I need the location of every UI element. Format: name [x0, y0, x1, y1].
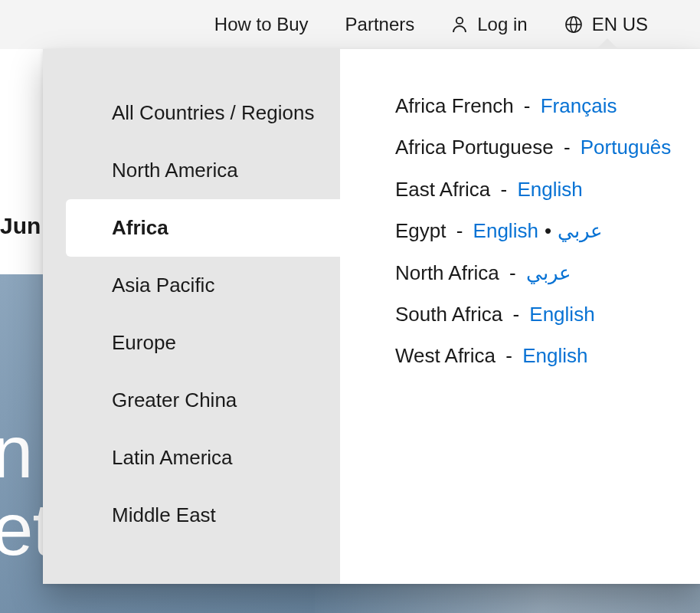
region-item[interactable]: Greater China — [66, 372, 340, 429]
region-item[interactable]: Asia Pacific — [66, 257, 340, 314]
language-row: South Africa - English — [395, 300, 700, 328]
dash-separator: - — [507, 303, 525, 326]
language-link[interactable]: English — [529, 303, 594, 326]
language-row: Africa Portuguese - Português — [395, 133, 700, 161]
language-region-label: East Africa — [395, 178, 490, 201]
language-link[interactable]: English — [473, 219, 538, 242]
region-item[interactable]: Middle East — [66, 487, 340, 544]
dash-separator: - — [500, 344, 518, 367]
language-region-label: North Africa — [395, 261, 499, 284]
language-region-label: Africa French — [395, 94, 514, 117]
language-row: Africa French - Français — [395, 92, 700, 120]
svg-point-0 — [456, 18, 463, 24]
region-item[interactable]: Africa — [66, 199, 340, 257]
region-item[interactable]: Latin America — [66, 429, 340, 487]
nav-partners[interactable]: Partners — [345, 14, 415, 35]
globe-icon — [564, 15, 583, 34]
nav-how-to-buy-label: How to Buy — [214, 14, 309, 35]
language-list: Africa French - FrançaisAfrica Portugues… — [340, 49, 700, 584]
dash-separator: - — [495, 178, 512, 201]
dash-separator: - — [518, 94, 536, 117]
language-row: North Africa - عربي — [395, 259, 700, 287]
language-row: East Africa - English — [395, 175, 700, 203]
language-link[interactable]: عربي — [526, 261, 571, 284]
user-icon — [451, 15, 468, 34]
nav-locale-label: EN US — [592, 14, 648, 35]
language-link[interactable]: عربي — [558, 219, 603, 242]
language-link[interactable]: Français — [541, 94, 617, 117]
language-row: West Africa - English — [395, 342, 700, 369]
dash-separator: - — [451, 219, 469, 242]
language-row: Egypt - English•عربي — [395, 217, 700, 244]
nav-partners-label: Partners — [345, 14, 415, 35]
region-item[interactable]: Europe — [66, 314, 340, 372]
region-item[interactable]: All Countries / Regions — [66, 84, 340, 142]
locale-dropdown: All Countries / RegionsNorth AmericaAfri… — [43, 49, 700, 584]
language-region-label: West Africa — [395, 344, 496, 367]
language-region-label: Africa Portuguese — [395, 136, 554, 159]
nav-how-to-buy[interactable]: How to Buy — [214, 14, 309, 35]
region-list: All Countries / RegionsNorth AmericaAfri… — [43, 49, 340, 584]
dash-separator: - — [504, 261, 522, 284]
language-region-label: South Africa — [395, 303, 502, 326]
region-item[interactable]: North America — [66, 142, 340, 199]
nav-locale[interactable]: EN US — [564, 14, 648, 35]
nav-login[interactable]: Log in — [451, 14, 527, 35]
language-link[interactable]: English — [517, 178, 582, 201]
page-title-truncated: Jun — [0, 213, 41, 239]
dot-separator: • — [545, 219, 551, 242]
language-link[interactable]: Português — [581, 136, 672, 159]
language-region-label: Egypt — [395, 219, 446, 242]
language-link[interactable]: English — [522, 344, 587, 367]
nav-login-label: Log in — [477, 14, 527, 35]
topbar: How to Buy Partners Log in EN US — [0, 0, 700, 49]
dash-separator: - — [558, 136, 576, 159]
